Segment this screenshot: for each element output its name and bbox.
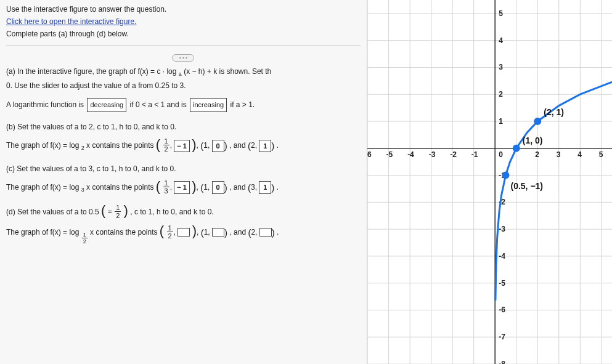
part-b-text-2b: x contains the points <box>86 141 156 150</box>
answer-c-2[interactable]: 0 <box>212 181 224 194</box>
svg-text:-3: -3 <box>499 225 505 233</box>
svg-text:4: 4 <box>499 36 503 45</box>
svg-text:5: 5 <box>599 150 603 159</box>
answer-a-2[interactable]: increasing <box>190 98 227 112</box>
svg-point-54 <box>534 118 541 125</box>
interactive-graph[interactable]: -6-5-4-3-2-123450-8-7-6-5-4-3-2-112345(0… <box>367 0 612 364</box>
graph-panel: -6-5-4-3-2-123450-8-7-6-5-4-3-2-112345(0… <box>367 0 612 364</box>
part-a-text-3c: if a > 1. <box>230 100 255 109</box>
svg-text:2: 2 <box>499 90 503 99</box>
svg-text:(0.5, −1): (0.5, −1) <box>510 181 543 191</box>
svg-text:-8: -8 <box>499 360 505 364</box>
sub-half: 1 2 <box>82 232 88 245</box>
sub-3: 3 <box>81 187 84 193</box>
svg-text:3: 3 <box>499 63 503 71</box>
answer-b-2[interactable]: 0 <box>212 140 224 153</box>
sub-a: a <box>179 71 182 77</box>
svg-point-52 <box>502 172 509 179</box>
part-d: (d) Set the values of a to 0.5 ( = 1 2 )… <box>6 204 361 245</box>
answer-b-1[interactable]: − 1 <box>174 140 190 153</box>
part-b: (b) Set the values of a to 2, c to 1, h … <box>6 121 361 154</box>
part-c: (c) Set the values of a to 3, c to 1, h … <box>6 163 361 196</box>
svg-text:1: 1 <box>499 117 503 126</box>
part-c-text-2a: The graph of f(x) = log <box>6 183 79 192</box>
svg-text:-1: -1 <box>471 150 478 159</box>
svg-text:3: 3 <box>557 150 561 159</box>
answer-c-1[interactable]: − 1 <box>174 181 190 194</box>
svg-text:(2, 1): (2, 1) <box>544 107 564 117</box>
part-a-text-2: 0. Use the slider to adjust the value of… <box>6 79 361 92</box>
svg-text:-6: -6 <box>499 305 505 314</box>
answer-c-3[interactable]: 1 <box>259 181 271 194</box>
svg-text:-6: -6 <box>367 150 372 159</box>
svg-text:-4: -4 <box>407 150 414 159</box>
part-a-text-3b: if 0 < a < 1 and is <box>130 100 189 109</box>
expand-dots-button[interactable]: • • • <box>172 54 194 62</box>
answer-b-3[interactable]: 1 <box>259 140 271 153</box>
svg-text:-2: -2 <box>450 150 457 159</box>
intro-line-3: Complete parts (a) through (d) below. <box>6 30 361 38</box>
svg-text:-7: -7 <box>499 333 505 341</box>
open-figure-link[interactable]: Click here to open the interactive figur… <box>6 17 136 26</box>
svg-text:-3: -3 <box>428 150 435 159</box>
fraction-half-d2: 1 2 <box>167 225 173 240</box>
answer-a-1[interactable]: decreasing <box>87 98 126 112</box>
part-b-text-2a: The graph of f(x) = log <box>6 141 79 150</box>
svg-text:5: 5 <box>499 9 503 18</box>
part-a-text-1b: (x − h) + k is shown. Set th <box>184 67 271 76</box>
fraction-half: 1 2 <box>163 138 169 153</box>
part-a-text-1: (a) In the interactive figure, the graph… <box>6 67 176 76</box>
svg-point-53 <box>513 145 520 152</box>
intro-block: Use the interactive figure to answer the… <box>6 5 361 38</box>
svg-text:-5: -5 <box>499 279 505 288</box>
svg-text:2: 2 <box>535 150 539 159</box>
svg-text:0: 0 <box>499 150 503 159</box>
part-b-text-1: (b) Set the values of a to 2, c to 1, h … <box>6 121 361 133</box>
sub-2: 2 <box>81 145 84 151</box>
answer-d-3[interactable] <box>259 228 272 237</box>
svg-text:-5: -5 <box>386 150 393 159</box>
question-panel: Use the interactive figure to answer the… <box>0 0 367 364</box>
fraction-third: 1 3 <box>163 180 169 195</box>
part-a: (a) In the interactive figure, the graph… <box>6 65 361 112</box>
part-a-text-3a: A logarithmic function is <box>6 100 86 109</box>
answer-d-1[interactable] <box>177 228 190 237</box>
fraction-half-d: 1 2 <box>115 204 121 220</box>
divider <box>6 46 361 46</box>
svg-text:4: 4 <box>577 150 582 159</box>
intro-line-1: Use the interactive figure to answer the… <box>6 5 361 14</box>
part-c-text-1: (c) Set the values of a to 3, c to 1, h … <box>6 163 361 175</box>
svg-text:-4: -4 <box>499 252 505 261</box>
svg-text:(1, 0): (1, 0) <box>523 135 543 145</box>
answer-d-2[interactable] <box>212 228 224 237</box>
